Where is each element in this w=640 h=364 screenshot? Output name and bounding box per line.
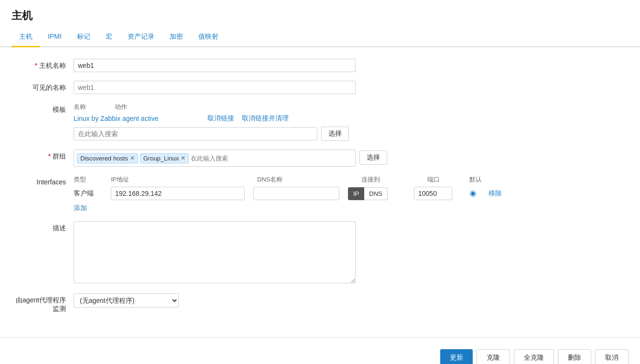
interfaces-col-dns: DNS名称 bbox=[257, 175, 358, 184]
interface-row: 客户端 IP DNS 移除 bbox=[74, 187, 629, 200]
group-required-star: * bbox=[48, 152, 53, 160]
template-link[interactable]: Linux by Zabbix agent active bbox=[74, 115, 188, 122]
group-tag-discovered-remove[interactable]: ✕ bbox=[130, 155, 135, 161]
interface-dns-input[interactable] bbox=[253, 187, 339, 200]
hostname-label: * 主机名称 bbox=[11, 59, 74, 70]
interface-port-input[interactable] bbox=[414, 187, 452, 200]
cancel-button[interactable]: 取消 bbox=[595, 349, 629, 364]
tab-tags[interactable]: 标记 bbox=[69, 28, 98, 47]
tab-encrypt[interactable]: 加密 bbox=[162, 28, 191, 47]
group-label: * 群组 bbox=[11, 150, 74, 161]
template-col-name: 名称 bbox=[74, 103, 86, 111]
interfaces-col-connect: 连接到 bbox=[361, 175, 423, 184]
interface-ip-input[interactable] bbox=[111, 187, 245, 200]
tab-macros[interactable]: 宏 bbox=[98, 28, 120, 47]
interface-default-radio bbox=[461, 191, 485, 197]
group-tag-linux: Group_Linux ✕ bbox=[140, 153, 189, 163]
tab-ipmi[interactable]: IPMI bbox=[40, 28, 69, 47]
monitor-label: 由agent代理程序监测 bbox=[11, 293, 74, 313]
footer-buttons: 更新 克隆 全克隆 删除 取消 bbox=[0, 337, 640, 364]
interface-dns-button[interactable]: DNS bbox=[364, 187, 387, 200]
template-unlink-clear-action[interactable]: 取消链接并清理 bbox=[242, 114, 289, 123]
delete-button[interactable]: 删除 bbox=[558, 349, 591, 364]
interfaces-col-port: 端口 bbox=[427, 175, 466, 184]
group-select-button[interactable]: 选择 bbox=[359, 150, 387, 165]
clone-button[interactable]: 克隆 bbox=[477, 349, 510, 364]
visible-name-input[interactable] bbox=[74, 81, 356, 94]
template-select-button[interactable]: 选择 bbox=[321, 127, 349, 141]
interface-type: 客户端 bbox=[74, 189, 107, 198]
interfaces-col-ip: IP地址 bbox=[111, 175, 149, 184]
template-search-input[interactable] bbox=[74, 127, 317, 140]
hostname-input[interactable] bbox=[74, 59, 356, 72]
required-star: * bbox=[35, 62, 39, 69]
monitor-select[interactable]: (无agent代理程序) bbox=[74, 293, 179, 308]
group-search-input[interactable] bbox=[191, 154, 271, 163]
group-tag-discovered: Discovered hosts ✕ bbox=[77, 153, 138, 163]
interfaces-col-type: 类型 bbox=[74, 175, 107, 184]
template-unlink-action[interactable]: 取消链接 bbox=[207, 114, 234, 123]
interface-default-radio-input[interactable] bbox=[470, 191, 476, 197]
full-clone-button[interactable]: 全克隆 bbox=[514, 349, 554, 364]
interfaces-col-default: 默认 bbox=[469, 175, 498, 184]
visible-name-label: 可见的名称 bbox=[11, 81, 74, 92]
update-button[interactable]: 更新 bbox=[440, 349, 473, 364]
template-col-action: 动作 bbox=[115, 103, 127, 111]
description-textarea[interactable] bbox=[74, 221, 356, 283]
interfaces-label: Interfaces bbox=[11, 175, 74, 186]
tab-asset[interactable]: 资产记录 bbox=[120, 28, 162, 47]
description-label: 描述 bbox=[11, 221, 74, 233]
interface-ip-button[interactable]: IP bbox=[348, 187, 364, 200]
template-label: 模板 bbox=[11, 103, 74, 114]
tab-valuemap[interactable]: 值映射 bbox=[191, 28, 226, 47]
tabs-container: 主机 IPMI 标记 宏 资产记录 加密 值映射 bbox=[0, 28, 640, 47]
interface-remove-link[interactable]: 移除 bbox=[488, 189, 517, 198]
page-title: 主机 bbox=[0, 0, 640, 28]
tab-host[interactable]: 主机 bbox=[11, 28, 40, 47]
interface-connect-buttons: IP DNS bbox=[348, 187, 410, 200]
group-tags-container: Discovered hosts ✕ Group_Linux ✕ bbox=[74, 150, 356, 167]
add-interface-link[interactable]: 添加 bbox=[74, 204, 87, 213]
group-tag-linux-remove[interactable]: ✕ bbox=[181, 155, 185, 161]
